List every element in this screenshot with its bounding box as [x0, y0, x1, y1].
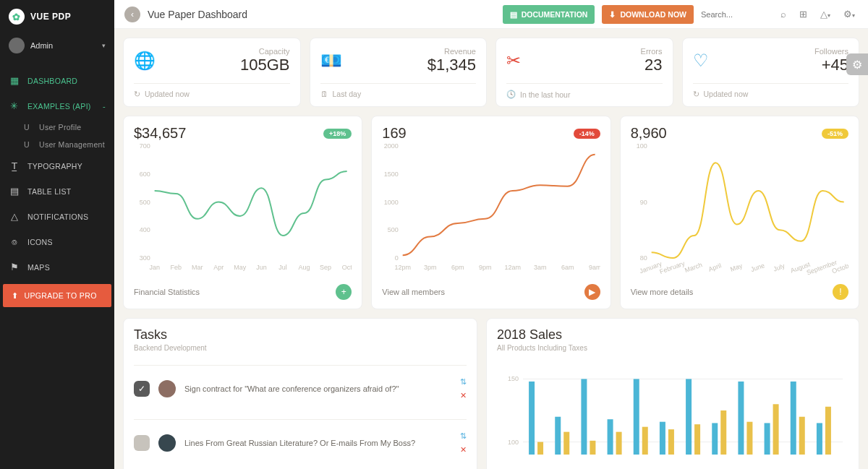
- edit-icon[interactable]: ⇅: [460, 377, 467, 387]
- stat-card-revenue: 💶Revenue$1,345🗓Last day: [310, 38, 488, 107]
- bar: [634, 379, 639, 455]
- svg-text:April: April: [707, 262, 722, 273]
- bell-icon[interactable]: △▾: [817, 9, 833, 20]
- svg-text:June: June: [749, 262, 765, 273]
- chart-action-button[interactable]: ▶: [584, 284, 600, 300]
- svg-text:3pm: 3pm: [424, 264, 437, 271]
- sidebar-item-maps[interactable]: ⚑MAPS: [0, 254, 114, 280]
- task-text: Lines From Great Russian Literature? Or …: [184, 439, 451, 447]
- trend-badge: -14%: [574, 129, 600, 139]
- line-chart: 300400500600700JanFebMarAprMayJunJulAugS…: [134, 142, 352, 275]
- svg-text:500: 500: [388, 226, 399, 233]
- sales-card: 2018 Sales All Products Including Taxes …: [486, 318, 859, 469]
- chart-card: 169-14%050010001500200012pm3pm6pm9pm12am…: [371, 116, 610, 309]
- stats-row: 🌐Capacity105GB↻Updated now💶Revenue$1,345…: [123, 38, 859, 107]
- sidebar-item-examples-api-[interactable]: ✳EXAMPLES (API)-: [0, 93, 114, 119]
- bar: [537, 442, 543, 455]
- bar: [590, 441, 595, 455]
- page-title: Vue Paper Dashboard: [148, 9, 247, 20]
- sidebar-item-table-list[interactable]: ▤TABLE LIST: [0, 178, 114, 204]
- sales-subtitle: All Products Including Taxes: [497, 344, 848, 352]
- close-icon[interactable]: ✕: [460, 445, 467, 455]
- foot-icon: ↻: [693, 90, 699, 98]
- chart-action-button[interactable]: !: [833, 284, 848, 300]
- settings-fab[interactable]: ⚙: [846, 53, 868, 75]
- gear-icon[interactable]: ⚙▾: [841, 9, 858, 20]
- svg-text:Oct: Oct: [342, 264, 352, 271]
- svg-text:Aug: Aug: [299, 264, 310, 271]
- chart-footer: Financial Statistics: [134, 288, 200, 296]
- apps-icon[interactable]: ⊞: [796, 9, 810, 20]
- edit-icon[interactable]: ⇅: [460, 431, 467, 441]
- chart-value: 8,960: [631, 125, 667, 142]
- bar: [668, 429, 674, 455]
- svg-text:500: 500: [140, 199, 150, 206]
- svg-text:0: 0: [395, 254, 399, 262]
- sidebar-item-dashboard[interactable]: ▦DASHBOARD: [0, 68, 114, 93]
- bar: [746, 422, 752, 455]
- tasks-subtitle: Backend Development: [134, 344, 467, 352]
- search-input[interactable]: [701, 10, 773, 19]
- bottom-row: Tasks Backend Development ✓Sign contract…: [123, 318, 859, 469]
- chart-action-button[interactable]: +: [336, 284, 352, 300]
- bar: [817, 423, 822, 455]
- app-name: VUE PDP: [30, 12, 71, 22]
- heart-icon: ♡: [693, 51, 709, 71]
- svg-text:3am: 3am: [534, 264, 547, 271]
- svg-text:May: May: [729, 262, 744, 272]
- bar: [529, 382, 535, 455]
- atom-icon: ⌾: [9, 236, 20, 247]
- search-icon[interactable]: ⌕: [778, 9, 789, 20]
- task-checkbox[interactable]: ✓: [134, 381, 150, 397]
- bar: [581, 379, 587, 455]
- svg-text:600: 600: [140, 171, 150, 178]
- chart-value: $34,657: [134, 125, 186, 142]
- doc-icon: ▤: [510, 10, 517, 19]
- sales-chart: 100150: [497, 363, 848, 457]
- tasks-card: Tasks Backend Development ✓Sign contract…: [123, 318, 477, 469]
- svg-text:2000: 2000: [384, 142, 399, 150]
- sidebar-item-user-profile[interactable]: UUser Profile: [0, 119, 114, 136]
- svg-text:150: 150: [508, 375, 519, 382]
- money-icon: 💶: [320, 51, 342, 71]
- bar: [694, 424, 700, 455]
- bar: [720, 410, 726, 455]
- nav: ▦DASHBOARD✳EXAMPLES (API)-UUser ProfileU…: [0, 68, 114, 280]
- logo[interactable]: ✿ VUE PDP: [0, 0, 114, 29]
- svg-text:6am: 6am: [561, 264, 574, 271]
- svg-text:1000: 1000: [384, 199, 399, 206]
- svg-text:May: May: [234, 264, 247, 271]
- grid-icon: ▦: [9, 75, 20, 86]
- close-icon[interactable]: ✕: [460, 391, 467, 400]
- svg-text:400: 400: [140, 226, 150, 233]
- upgrade-button[interactable]: ⬆ UPGRADE TO PRO: [3, 284, 111, 307]
- chart-footer: View more details: [631, 288, 694, 296]
- chart-card: $34,657+18%300400500600700JanFebMarAprMa…: [123, 116, 362, 309]
- globe-icon: 🌐: [134, 51, 156, 71]
- sub-letter-icon: U: [22, 123, 32, 132]
- trend-badge: +18%: [323, 129, 352, 139]
- bell-icon: △: [9, 211, 20, 222]
- svg-text:12am: 12am: [505, 264, 522, 271]
- svg-text:90: 90: [639, 199, 647, 206]
- topbar: ‹ Vue Paper Dashboard ▤ DOCUMENTATION ⬇ …: [114, 0, 868, 29]
- svg-text:100: 100: [636, 142, 647, 150]
- avatar: [9, 38, 25, 53]
- sidebar-item-user-management[interactable]: UUser Management: [0, 136, 114, 153]
- sidebar-item-icons[interactable]: ⌾ICONS: [0, 229, 114, 254]
- svg-text:July: July: [772, 262, 786, 273]
- sidebar-item-typography[interactable]: T̲TYPOGRAPHY: [0, 153, 114, 178]
- foot-icon: 🕓: [506, 90, 516, 99]
- stat-label: Capacity: [240, 47, 290, 56]
- sun-icon: ✳: [9, 100, 20, 111]
- task-checkbox[interactable]: [134, 435, 150, 451]
- documentation-button[interactable]: ▤ DOCUMENTATION: [503, 5, 595, 24]
- back-button[interactable]: ‹: [124, 7, 140, 22]
- download-button[interactable]: ⬇ DOWNLOAD NOW: [602, 5, 694, 24]
- stat-foot: In the last hour: [520, 90, 570, 99]
- user-menu[interactable]: Admin ▾: [0, 29, 114, 62]
- sidebar-item-notifications[interactable]: △NOTIFICATIONS: [0, 204, 114, 229]
- svg-text:300: 300: [140, 254, 150, 262]
- svg-text:March: March: [684, 261, 703, 274]
- chart-value: 169: [382, 125, 406, 142]
